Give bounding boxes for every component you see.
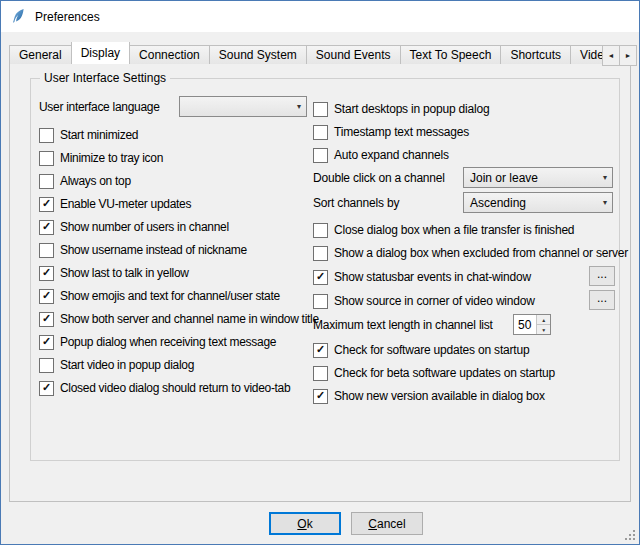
checkbox[interactable]: ✓ — [313, 343, 328, 358]
checkbox-label: Show number of users in channel — [60, 220, 229, 234]
checkbox-check-updates[interactable]: ✓ Check for software updates on startup — [313, 340, 529, 360]
tab-connection[interactable]: Connection — [129, 45, 210, 64]
checkbox-label: Closed video dialog should return to vid… — [60, 381, 290, 395]
tab-general[interactable]: General — [9, 45, 72, 64]
checkbox-label: Start minimized — [60, 128, 138, 142]
checkbox-label: Start desktops in popup dialog — [334, 102, 489, 116]
checkbox[interactable]: ✓ — [39, 381, 54, 396]
checkbox-closed-video-return[interactable]: ✓ Closed video dialog should return to v… — [39, 378, 290, 398]
double-click-row: Double click on a channel — [313, 168, 445, 188]
checkbox-check-beta-updates[interactable]: ✓ Check for beta software updates on sta… — [313, 363, 555, 383]
tab-sound-system[interactable]: Sound System — [209, 45, 307, 64]
checkbox-label: Enable VU-meter updates — [60, 197, 191, 211]
tab-display[interactable]: Display — [71, 42, 130, 64]
double-click-label: Double click on a channel — [313, 171, 445, 185]
check-icon: ✓ — [42, 382, 51, 393]
checkbox[interactable]: ✓ — [39, 312, 54, 327]
chevron-down-icon: ▾ — [297, 102, 301, 111]
checkbox-last-talk-yellow[interactable]: ✓ Show last to talk in yellow — [39, 263, 189, 283]
checkbox-label: Popup dialog when receiving text message — [60, 335, 276, 349]
chevron-down-icon: ▾ — [603, 198, 607, 207]
language-select[interactable]: ▾ — [179, 96, 307, 117]
checkbox[interactable]: ✓ — [313, 294, 328, 309]
checkbox-username-instead-nickname[interactable]: ✓ Show username instead of nickname — [39, 240, 247, 260]
sort-channels-value: Ascending — [470, 196, 526, 210]
window-title: Preferences — [35, 10, 100, 24]
checkbox-video-source-corner[interactable]: ✓ Show source in corner of video window — [313, 291, 535, 311]
tab-scroll-right-icon[interactable]: ► — [619, 45, 637, 66]
tab-text-to-speech[interactable]: Text To Speech — [400, 45, 502, 64]
checkbox[interactable]: ✓ — [313, 148, 328, 163]
checkbox[interactable]: ✓ — [313, 102, 328, 117]
checkbox[interactable]: ✓ — [313, 366, 328, 381]
checkbox-desktops-popup[interactable]: ✓ Start desktops in popup dialog — [313, 99, 489, 119]
checkbox[interactable]: ✓ — [39, 335, 54, 350]
spin-value[interactable]: 50 — [514, 315, 536, 334]
tab-scroll-left-icon[interactable]: ◄ — [602, 45, 620, 66]
checkbox-emojis-text-state[interactable]: ✓ Show emojis and text for channel/user … — [39, 286, 280, 306]
checkbox-minimize-to-tray[interactable]: ✓ Minimize to tray icon — [39, 148, 163, 168]
checkbox[interactable]: ✓ — [313, 246, 328, 261]
checkbox-always-on-top[interactable]: ✓ Always on top — [39, 171, 131, 191]
checkbox-close-file-transfer[interactable]: ✓ Close dialog box when a file transfer … — [313, 220, 574, 240]
tab-scroll-buttons: ◄ ► — [603, 45, 637, 66]
checkbox-dialog-excluded[interactable]: ✓ Show a dialog box when excluded from c… — [313, 243, 628, 263]
checkbox-auto-expand-channels[interactable]: ✓ Auto expand channels — [313, 145, 449, 165]
checkbox[interactable]: ✓ — [39, 220, 54, 235]
video-source-more-button[interactable]: ... — [589, 290, 615, 310]
resize-grip[interactable] — [623, 528, 637, 542]
checkbox[interactable]: ✓ — [313, 389, 328, 404]
titlebar[interactable]: Preferences — [1, 1, 639, 32]
tab-shortcuts[interactable]: Shortcuts — [500, 45, 571, 64]
spin-down-icon[interactable]: ▼ — [537, 325, 550, 334]
tab-sound-events[interactable]: Sound Events — [306, 45, 401, 64]
checkbox-label: Start video in popup dialog — [60, 358, 194, 372]
checkbox-label: Show new version available in dialog box — [334, 389, 545, 403]
checkbox-label: Close dialog box when a file transfer is… — [334, 223, 574, 237]
tab-label: Sound System — [219, 48, 297, 62]
checkbox-statusbar-events[interactable]: ✓ Show statusbar events in chat-window — [313, 267, 531, 287]
user-interface-settings-group: User Interface Settings User interface l… — [30, 78, 620, 461]
tab-label: Connection — [139, 48, 200, 62]
checkbox-label: Always on top — [60, 174, 131, 188]
checkbox-server-channel-title[interactable]: ✓ Show both server and channel name in w… — [39, 309, 319, 329]
display-tab-pane: User Interface Settings User interface l… — [9, 63, 631, 502]
checkbox-show-user-count[interactable]: ✓ Show number of users in channel — [39, 217, 229, 237]
check-icon: ✓ — [42, 221, 51, 232]
spin-up-icon[interactable]: ▲ — [537, 315, 550, 325]
group-title: User Interface Settings — [40, 71, 170, 85]
checkbox-label: Show source in corner of video window — [334, 294, 535, 308]
sort-channels-select[interactable]: Ascending ▾ — [463, 192, 613, 213]
checkbox[interactable]: ✓ — [313, 223, 328, 238]
language-label: User interface language — [39, 100, 160, 114]
checkbox[interactable]: ✓ — [313, 270, 328, 285]
statusbar-events-more-button[interactable]: ... — [589, 266, 615, 286]
checkbox[interactable]: ✓ — [39, 289, 54, 304]
checkbox[interactable]: ✓ — [39, 151, 54, 166]
checkbox[interactable]: ✓ — [39, 174, 54, 189]
checkbox[interactable]: ✓ — [39, 266, 54, 281]
checkbox[interactable]: ✓ — [313, 125, 328, 140]
checkbox-video-popup[interactable]: ✓ Start video in popup dialog — [39, 355, 194, 375]
checkbox[interactable]: ✓ — [39, 128, 54, 143]
check-icon: ✓ — [42, 336, 51, 347]
cancel-button[interactable]: Cancel — [351, 512, 423, 535]
checkbox-label: Show username instead of nickname — [60, 243, 247, 257]
ok-button[interactable]: Ok — [269, 512, 341, 535]
checkbox-new-version-dialog[interactable]: ✓ Show new version available in dialog b… — [313, 386, 545, 406]
chevron-down-icon: ▾ — [603, 173, 607, 182]
checkbox-label: Show both server and channel name in win… — [60, 312, 319, 326]
tab-label: Display — [81, 46, 120, 60]
checkbox-timestamp-messages[interactable]: ✓ Timestamp text messages — [313, 122, 469, 142]
checkbox[interactable]: ✓ — [39, 358, 54, 373]
checkbox-popup-text-message[interactable]: ✓ Popup dialog when receiving text messa… — [39, 332, 276, 352]
check-icon: ✓ — [316, 390, 325, 401]
checkbox[interactable]: ✓ — [39, 243, 54, 258]
checkbox-vu-meter[interactable]: ✓ Enable VU-meter updates — [39, 194, 191, 214]
double-click-select[interactable]: Join or leave ▾ — [463, 167, 613, 188]
max-text-length-spinner[interactable]: 50 ▲ ▼ — [513, 314, 551, 335]
checkbox-label: Check for software updates on startup — [334, 343, 529, 357]
sort-channels-label: Sort channels by — [313, 196, 399, 210]
checkbox-start-minimized[interactable]: ✓ Start minimized — [39, 125, 138, 145]
checkbox[interactable]: ✓ — [39, 197, 54, 212]
